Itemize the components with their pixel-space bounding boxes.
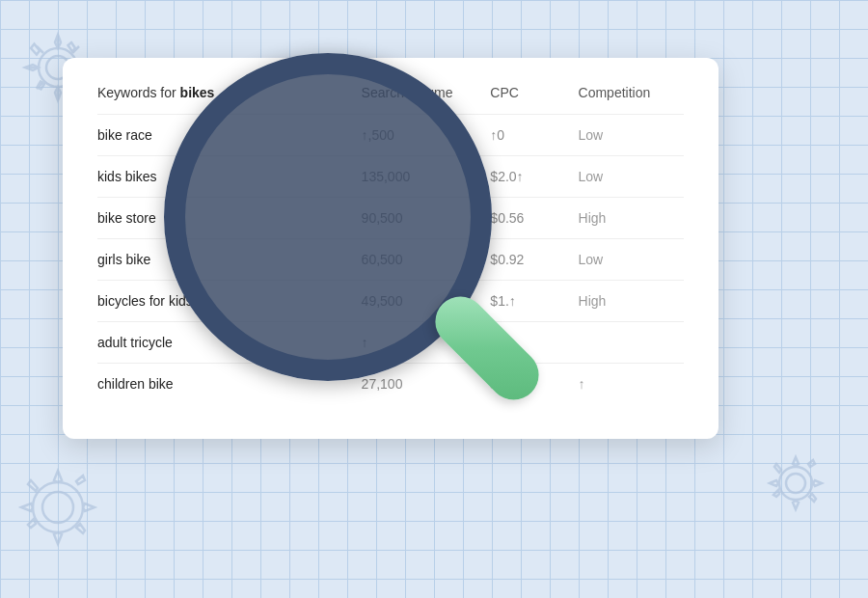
keyword-results-card: Keywords for bikes Search Volume CPC Com…: [63, 58, 719, 439]
svg-point-5: [779, 467, 812, 500]
keyword-bold: bikes: [180, 85, 215, 100]
table-row: kids bikes 135,000 $2.0↑ Low: [97, 156, 684, 198]
table-row: bike race ↑,500 ↑0 Low: [97, 115, 684, 156]
competition-cell: Low: [579, 239, 684, 281]
volume-cell: 135,000: [362, 156, 491, 198]
table-row: bicycles for kids 49,500 $1.↑ High: [97, 281, 684, 322]
svg-point-3: [33, 482, 83, 532]
keyword-cell: bicycles for kids: [97, 281, 362, 322]
keywords-label: Keywords for: [97, 85, 180, 100]
cpc-cell: ↑90: [490, 322, 578, 364]
keyword-cell: adult tricycle: [97, 322, 362, 364]
keyword-cell: bike race: [97, 115, 362, 156]
cpc-cell: $2.58: [490, 364, 578, 405]
table-row: bike store 90,500 $0.56 High: [97, 198, 684, 239]
competition-cell: [579, 322, 684, 364]
volume-cell: 27,100: [362, 364, 491, 405]
svg-point-4: [786, 474, 805, 493]
competition-cell: Low: [579, 115, 684, 156]
keyword-cell: bike store: [97, 198, 362, 239]
volume-column-header: Search Volume: [362, 85, 491, 115]
table-row: girls bike 60,500 $0.92 Low: [97, 239, 684, 281]
svg-point-2: [42, 492, 73, 523]
keyword-cell: girls bike: [97, 239, 362, 281]
cpc-cell: $0.56: [490, 198, 578, 239]
volume-cell: ↑,500: [362, 115, 491, 156]
volume-cell: 90,500: [362, 198, 491, 239]
cpc-column-header: CPC: [490, 85, 578, 115]
cpc-cell: $2.0↑: [490, 156, 578, 198]
gear-bottom-right-icon: [762, 449, 829, 521]
competition-cell: ↑: [579, 364, 684, 405]
keyword-cell: kids bikes: [97, 156, 362, 198]
cpc-cell: $1.↑: [490, 281, 578, 322]
cpc-cell: $0.92: [490, 239, 578, 281]
competition-cell: Low: [579, 156, 684, 198]
table-row: children bike 27,100 $2.58 ↑: [97, 364, 684, 405]
competition-column-header: Competition: [579, 85, 684, 115]
keyword-column-header: Keywords for bikes: [97, 85, 362, 115]
keyword-cell: children bike: [97, 364, 362, 405]
competition-cell: High: [579, 198, 684, 239]
table-row: adult tricycle ↑ ↑90: [97, 322, 684, 364]
cpc-cell: ↑0: [490, 115, 578, 156]
volume-cell: 49,500: [362, 281, 491, 322]
gear-bottom-left-icon: [10, 459, 106, 559]
competition-cell: High: [579, 281, 684, 322]
keywords-table: Keywords for bikes Search Volume CPC Com…: [97, 85, 684, 404]
volume-cell: 60,500: [362, 239, 491, 281]
volume-cell: ↑: [362, 322, 491, 364]
